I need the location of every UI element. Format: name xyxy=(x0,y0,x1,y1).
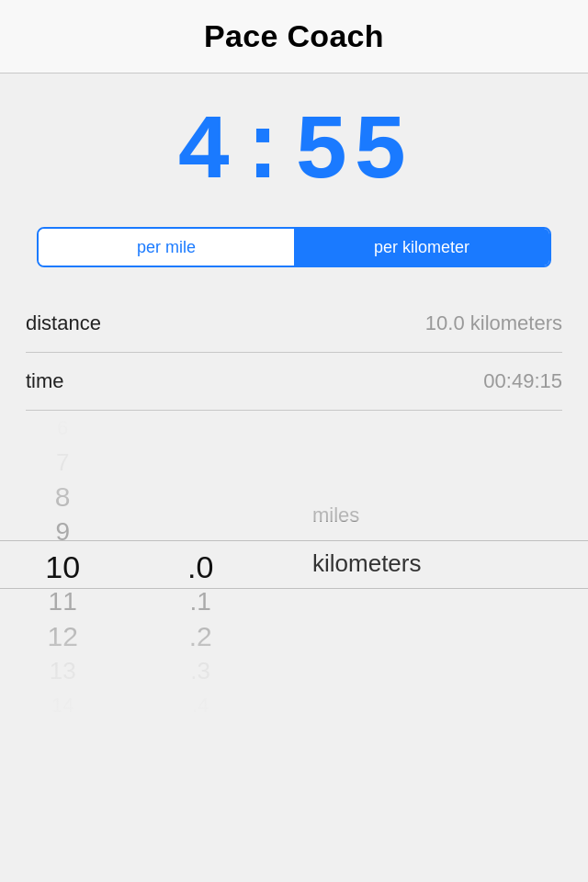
per-kilometer-button[interactable]: per kilometer xyxy=(294,229,549,266)
app-header: Pace Coach xyxy=(0,0,588,74)
picker-item[interactable]: .4 xyxy=(125,688,276,723)
picker-unit-col: miles kilometers xyxy=(276,411,588,723)
distance-value: 10.0 kilometers xyxy=(425,311,562,335)
picker-section[interactable]: 6 7 8 9 10 11 12 13 14 . . . . .0 .1 .2 … xyxy=(0,411,588,723)
main-content: 4:55 per mile per kilometer distance 10.… xyxy=(0,74,588,723)
per-mile-button[interactable]: per mile xyxy=(39,229,294,266)
kilometers-label: kilometers xyxy=(312,539,421,587)
picker-inner: 6 7 8 9 10 11 12 13 14 . . . . .0 .1 .2 … xyxy=(0,411,588,723)
distance-row: distance 10.0 kilometers xyxy=(26,295,562,353)
time-label: time xyxy=(26,369,64,393)
picker-item[interactable]: .1 xyxy=(125,585,276,620)
picker-decimal-selected[interactable]: .0 xyxy=(125,549,276,585)
time-value: 00:49:15 xyxy=(483,369,562,393)
picker-decimal-col[interactable]: . . . . .0 .1 .2 .3 .4 xyxy=(125,411,276,723)
picker-item[interactable]: 11 xyxy=(0,585,125,620)
pace-section: 4:55 per mile per kilometer xyxy=(0,74,588,286)
picker-item[interactable]: 6 xyxy=(0,411,125,446)
unit-toggle[interactable]: per mile per kilometer xyxy=(37,227,551,267)
picker-item-selected[interactable]: 10 xyxy=(0,549,125,585)
picker-item[interactable]: 13 xyxy=(0,654,125,689)
picker-top-line xyxy=(0,540,588,541)
pace-display: 4:55 xyxy=(176,101,412,205)
picker-item[interactable]: 9 xyxy=(0,514,125,549)
miles-label: miles xyxy=(312,492,359,539)
app-title: Pace Coach xyxy=(204,18,384,54)
picker-item[interactable]: 12 xyxy=(0,619,125,654)
picker-item[interactable]: .3 xyxy=(125,654,276,689)
picker-item[interactable]: 7 xyxy=(0,446,125,481)
picker-bottom-line xyxy=(0,588,588,589)
picker-item[interactable]: 8 xyxy=(0,480,125,514)
info-rows: distance 10.0 kilometers time 00:49:15 xyxy=(0,295,588,411)
distance-label: distance xyxy=(26,311,101,335)
picker-item[interactable]: .2 xyxy=(125,619,276,654)
picker-whole-col[interactable]: 6 7 8 9 10 11 12 13 14 xyxy=(0,411,125,723)
picker-item[interactable]: 14 xyxy=(0,688,125,723)
time-row: time 00:49:15 xyxy=(26,353,562,411)
